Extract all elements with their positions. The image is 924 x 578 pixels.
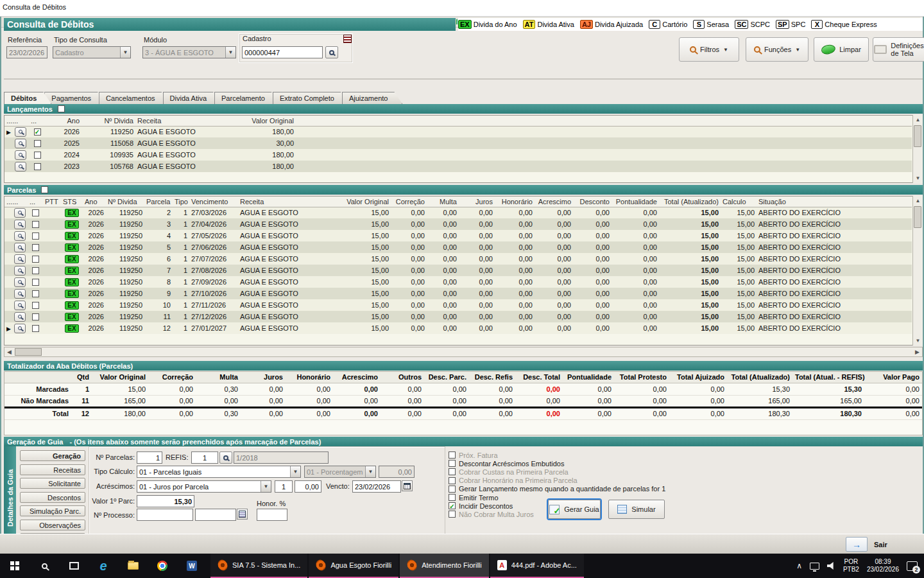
- row-detail-button[interactable]: [15, 127, 26, 137]
- tab[interactable]: Divida Ativa: [163, 92, 221, 104]
- cadastro-list-icon[interactable]: [343, 35, 352, 43]
- row-detail-button[interactable]: [14, 301, 26, 310]
- lancamento-row[interactable]: 2023 105768 AGUA E ESGOTO 180,00: [4, 161, 912, 172]
- row-checkbox[interactable]: [32, 267, 39, 274]
- scroll-up-icon[interactable]: ▲: [916, 115, 921, 125]
- tipo-calculo-select[interactable]: 01 - Parcelas Iguais ▼: [137, 466, 301, 478]
- tab[interactable]: Cancelamentos: [99, 92, 169, 104]
- row-checkbox[interactable]: [34, 140, 41, 147]
- lancamentos-checkbox[interactable]: [58, 105, 65, 112]
- refis-field[interactable]: [191, 451, 218, 464]
- taskbar-app[interactable]: Atendimento Fiorilli: [400, 554, 489, 578]
- option-row[interactable]: Incidir Descontos: [449, 502, 513, 510]
- gerar-guia-button[interactable]: Gerar Guia: [548, 500, 601, 519]
- taskbar-search-button[interactable]: [30, 554, 59, 578]
- option-checkbox[interactable]: [449, 477, 456, 484]
- definicoes-tela-button[interactable]: Definiçõesde Tela: [873, 37, 924, 62]
- option-checkbox[interactable]: [449, 494, 456, 501]
- taskbar-app[interactable]: 444.pdf - Adobe Ac...: [490, 554, 584, 578]
- parcela-row[interactable]: EX 2026 119250 2 1 27/03/2026 AGUA E ESG…: [4, 207, 912, 218]
- parcela-row[interactable]: EX 2026 119250 4 1 27/05/2026 AGUA E ESG…: [4, 230, 912, 241]
- explorer-button[interactable]: [118, 554, 148, 578]
- scroll-down-icon[interactable]: ▼: [916, 336, 921, 346]
- cadastro-field[interactable]: [242, 46, 323, 58]
- notification-icon[interactable]: 2: [907, 561, 918, 571]
- row-detail-button[interactable]: [14, 324, 26, 333]
- side-button[interactable]: Descontos: [20, 492, 85, 503]
- tab[interactable]: Parcelamento: [214, 92, 280, 104]
- limpar-button[interactable]: Limpar: [814, 37, 869, 62]
- row-checkbox[interactable]: [34, 152, 41, 159]
- chrome-button[interactable]: [148, 554, 177, 578]
- word-button[interactable]: [177, 554, 207, 578]
- tipo-consulta-select[interactable]: Cadastro ▼: [53, 46, 131, 58]
- tab[interactable]: Pagamentos: [44, 92, 106, 104]
- row-checkbox[interactable]: [32, 325, 39, 332]
- modulo-select[interactable]: 3 - ÁGUA E ESGOTO ▼: [142, 46, 236, 58]
- row-checkbox[interactable]: [34, 163, 41, 170]
- vencto-field[interactable]: [352, 480, 401, 493]
- side-button[interactable]: Solicitante: [20, 478, 85, 489]
- option-row[interactable]: Próx. Fatura: [449, 451, 498, 459]
- scroll-thumb[interactable]: [15, 348, 42, 356]
- refis-search-button[interactable]: [219, 451, 232, 464]
- porcentagem-select[interactable]: 01 - Porcentagem ▼: [304, 466, 376, 478]
- parcela-row[interactable]: EX 2026 119250 5 1 27/06/2026 AGUA E ESG…: [4, 241, 912, 253]
- option-checkbox[interactable]: [449, 511, 456, 518]
- row-detail-button[interactable]: [14, 289, 26, 299]
- simular-button[interactable]: Simular: [608, 500, 665, 519]
- honor-field[interactable]: [257, 509, 287, 521]
- option-checkbox[interactable]: [449, 486, 456, 493]
- row-checkbox[interactable]: [32, 221, 39, 228]
- row-checkbox[interactable]: [32, 232, 39, 240]
- row-detail-button[interactable]: [14, 277, 26, 287]
- row-detail-button[interactable]: [14, 266, 26, 276]
- parcelas-hscrollbar[interactable]: ◀ ▶: [4, 347, 923, 357]
- side-button[interactable]: Receitas: [20, 464, 85, 475]
- option-row[interactable]: Emitir Termo: [449, 493, 499, 502]
- parcela-row[interactable]: EX 2026 119250 12 1 27/01/2027 AGUA E ES…: [4, 322, 912, 334]
- row-detail-button[interactable]: [15, 139, 26, 148]
- n-parcelas-field[interactable]: [137, 451, 162, 464]
- funcoes-button[interactable]: Funções ▼: [746, 37, 809, 62]
- row-detail-button[interactable]: [14, 208, 26, 218]
- option-row[interactable]: Gerar Lançamento mesmo quando a quantida…: [449, 485, 665, 493]
- scroll-right-icon[interactable]: ▶: [915, 349, 920, 355]
- language-indicator[interactable]: PORPTB2: [843, 558, 859, 574]
- calendar-button[interactable]: [402, 480, 413, 491]
- processo2-field[interactable]: [195, 509, 236, 521]
- side-button[interactable]: Simulação Parc.: [20, 505, 85, 516]
- volume-icon[interactable]: [827, 562, 835, 570]
- scroll-thumb[interactable]: [914, 206, 921, 228]
- option-row[interactable]: Cobrar Custas na Primeira Parcela: [449, 468, 569, 476]
- taskbar-app[interactable]: Agua Esgoto Fiorilli: [309, 554, 398, 578]
- parcela-row[interactable]: EX 2026 119250 9 1 27/10/2026 AGUA E ESG…: [4, 288, 912, 299]
- parcela-row[interactable]: EX 2026 119250 8 1 27/09/2026 AGUA E ESG…: [4, 276, 912, 288]
- lancamento-row[interactable]: 2025 115058 AGUA E ESGOTO 30,00: [4, 137, 912, 149]
- row-checkbox[interactable]: [32, 279, 39, 286]
- option-checkbox[interactable]: [449, 468, 456, 475]
- row-detail-button[interactable]: [14, 243, 26, 252]
- acrescimos-select[interactable]: 01 - Juros por Parcela ▼: [137, 480, 271, 493]
- parcelas-checkbox[interactable]: [41, 186, 48, 193]
- task-view-button[interactable]: [59, 554, 89, 578]
- parcela-row[interactable]: EX 2026 119250 6 1 27/07/2026 AGUA E ESG…: [4, 253, 912, 265]
- row-checkbox[interactable]: [32, 244, 39, 251]
- parcela-row[interactable]: EX 2026 119250 7 1 27/08/2026 AGUA E ESG…: [4, 265, 912, 276]
- parcela-row[interactable]: EX 2026 119250 11 1 27/12/2026 AGUA E ES…: [4, 311, 912, 322]
- processo-field[interactable]: [137, 509, 193, 521]
- row-checkbox[interactable]: [34, 128, 41, 136]
- row-detail-button[interactable]: [15, 162, 26, 171]
- clock[interactable]: 08:3923/02/2026: [867, 558, 899, 574]
- parcela-row[interactable]: EX 2026 119250 3 1 27/04/2026 AGUA E ESG…: [4, 218, 912, 230]
- porcentagem-valor-field[interactable]: [379, 466, 415, 478]
- option-checkbox[interactable]: [449, 502, 456, 509]
- start-button[interactable]: [0, 554, 30, 578]
- acrescimos-valor-field[interactable]: [295, 480, 321, 493]
- option-row[interactable]: Descontar Acréscimos Embutidos: [449, 459, 564, 468]
- processo-calc-button[interactable]: [237, 509, 248, 520]
- lancamentos-scrollbar[interactable]: ▲ ▼: [912, 115, 923, 183]
- option-checkbox[interactable]: [449, 451, 456, 459]
- parcelas-scrollbar[interactable]: ▲ ▼: [912, 196, 923, 346]
- option-row[interactable]: Cobrar Honorário na Primeira Parcela: [449, 477, 578, 485]
